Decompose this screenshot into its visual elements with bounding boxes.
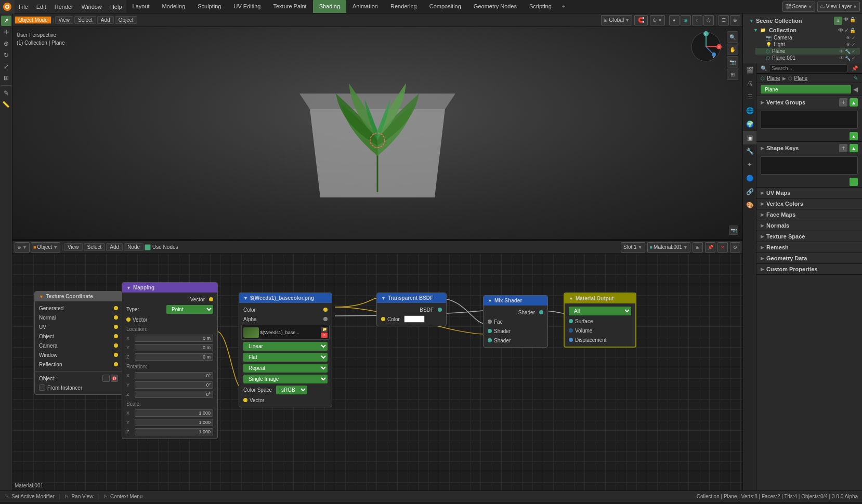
texture-space-header[interactable]: ▶ Texture Space [756,231,862,242]
mapping-loc-x-value[interactable]: 0 m [135,335,213,342]
mix-shader2-socket[interactable] [488,338,492,342]
mapping-scale-y-value[interactable]: 1.000 [135,419,213,426]
annotate-tool[interactable]: ✎ [1,88,11,98]
remesh-header[interactable]: ▶ Remesh [756,242,862,253]
tab-world-props[interactable]: 🌍 [743,117,756,131]
plane-obj-row[interactable]: ⬡ Plane 👁 🔧 ✓ [755,48,860,55]
texture-coordinate-node[interactable]: ▼ Texture Coordinate Generated Normal [34,291,123,395]
mix-shader-out-socket[interactable] [539,310,543,314]
mat-output-target-select[interactable]: All [569,307,631,315]
mix-shader-node[interactable]: ▼ Mix Shader Shader Fac [483,295,548,348]
grid-button[interactable]: ⊞ [727,69,738,80]
img-extension-select[interactable]: Repeat [243,364,328,373]
object-mode-button[interactable]: Object Mode [15,16,51,24]
use-nodes-toggle[interactable]: Use Nodes [145,244,178,250]
new-material-button[interactable]: ⊞ [693,242,703,253]
material-name-button[interactable]: Plane [761,85,851,94]
light-obj-eye[interactable]: 👁 [846,42,851,47]
tab-scene-props[interactable]: 🌐 [743,104,756,117]
viewport-shading-wireframe[interactable]: ⬡ [703,15,714,25]
measure-tool[interactable]: 📏 [1,99,11,110]
rotate-tool[interactable]: ↻ [1,50,11,60]
vertex-colors-header[interactable]: ▶ Vertex Colors [756,198,862,209]
viewport-gizmo[interactable]: Y X Z [690,31,722,62]
collection-item-eye[interactable]: 👁 [838,28,843,33]
view-menu[interactable]: View [55,16,74,24]
tab-rendering[interactable]: Rendering [384,0,423,13]
tc-object-color[interactable] [102,375,110,382]
mat-volume-socket[interactable] [569,328,573,333]
menu-window[interactable]: Window [77,0,106,14]
obj-nav-plane2[interactable]: Plane [794,75,808,81]
pin-material-button[interactable]: 📌 [705,242,715,253]
tab-constraints-props[interactable]: 🔗 [743,185,756,198]
collection-eye-icon[interactable]: 👁 [843,17,848,25]
viewport-shading-solid[interactable]: ○ [692,15,702,25]
img-vector-socket[interactable] [243,398,247,402]
menu-help[interactable]: Help [106,0,126,14]
select-tool[interactable]: ↗ [1,16,11,26]
transform-tool[interactable]: ⊞ [1,73,11,83]
tc-window-socket[interactable] [114,353,118,357]
img-selector-row[interactable]: $(Weeds1)_base... 📁 ✕ [241,325,330,340]
viewport-shading-rendered[interactable]: ● [669,15,680,25]
plane001-obj-row[interactable]: ⬡ Plane.001 👁 🔧 ✓ [755,55,860,61]
custom-properties-header[interactable]: ▶ Custom Properties [756,264,862,274]
properties-pin-button[interactable]: 📌 [852,65,858,71]
transparent-bsdf-node[interactable]: ▼ Transparent BSDF BSDF Color [376,293,447,326]
node-node-menu[interactable]: Node [124,243,143,251]
node-add-menu[interactable]: Add [106,243,123,251]
vertex-group-add[interactable]: + [839,98,847,107]
material-toggle[interactable]: ◀ [853,86,858,93]
use-nodes-checkbox[interactable] [145,244,151,250]
mapping-loc-y-value[interactable]: 0 m [135,344,213,351]
menu-file[interactable]: File [15,0,32,14]
normals-header[interactable]: ▶ Normals [756,220,862,231]
tab-output-props[interactable]: 🖨 [743,77,756,90]
tc-from-instancer-checkbox[interactable] [39,384,45,391]
node-canvas[interactable]: ▼ Texture Coordinate Generated Normal [12,254,742,490]
img-source-select[interactable]: Single Image [243,375,328,383]
shape-key-action[interactable] [850,178,858,186]
tbsdf-bsdf-socket[interactable] [438,308,442,312]
remove-image-button[interactable]: ✕ [321,333,328,338]
node-context-button[interactable]: ⊕ ▼ [15,242,30,253]
blender-logo[interactable] [0,0,15,14]
tab-modeling[interactable]: Modeling [156,0,192,13]
properties-search-box[interactable]: Search... [769,64,847,72]
overlay-button[interactable]: ☰ [719,15,729,25]
proportional-edit[interactable]: ⊙ ▼ [650,15,665,25]
obj-nav-plane[interactable]: Plane [767,75,780,81]
tab-texture-paint[interactable]: Texture Paint [267,0,312,13]
camera-obj-eye[interactable]: 👁 [846,35,851,41]
tab-shading[interactable]: Shading [313,0,346,13]
transform-orientation[interactable]: Global [609,17,624,23]
browse-image-button[interactable]: 📁 [321,327,328,332]
tc-reflection-socket[interactable] [114,362,118,366]
add-workspace-button[interactable]: + [558,3,569,9]
node-view-menu[interactable]: View [64,243,83,251]
mapping-type-select[interactable]: Point [166,305,213,314]
mapping-vector-out-socket[interactable] [209,297,213,301]
vg-assign-btn[interactable]: ▲ [850,132,858,140]
img-projection-select[interactable]: Flat [243,353,328,362]
tab-physics-props[interactable]: 🔵 [743,171,756,185]
tc-object-socket[interactable] [114,334,118,338]
menu-edit[interactable]: Edit [32,0,50,14]
tab-compositing[interactable]: Compositing [423,0,467,13]
tab-view-layer-props[interactable]: ☰ [743,90,756,104]
mapping-rot-z-value[interactable]: 0° [135,391,213,398]
node-editor-settings[interactable]: ⚙ [730,242,740,253]
slot-selector[interactable]: Slot 1 ▼ [621,242,645,253]
camera-obj-row[interactable]: 📷 Camera 👁 ✓ [755,34,860,41]
tc-generated-socket[interactable] [114,306,118,310]
vertex-group-up[interactable]: ▲ [850,98,858,107]
edit-mode-link[interactable]: ✎ [854,75,858,81]
zoom-in-button[interactable]: 🔍 [727,31,738,43]
add-menu[interactable]: Add [97,16,114,24]
tab-layout[interactable]: Layout [126,0,156,13]
tab-animation[interactable]: Animation [346,0,384,13]
node-select-menu[interactable]: Select [84,243,106,251]
viewport-shading-material[interactable]: ◉ [681,15,691,25]
geometry-data-header[interactable]: ▶ Geometry Data [756,253,862,263]
